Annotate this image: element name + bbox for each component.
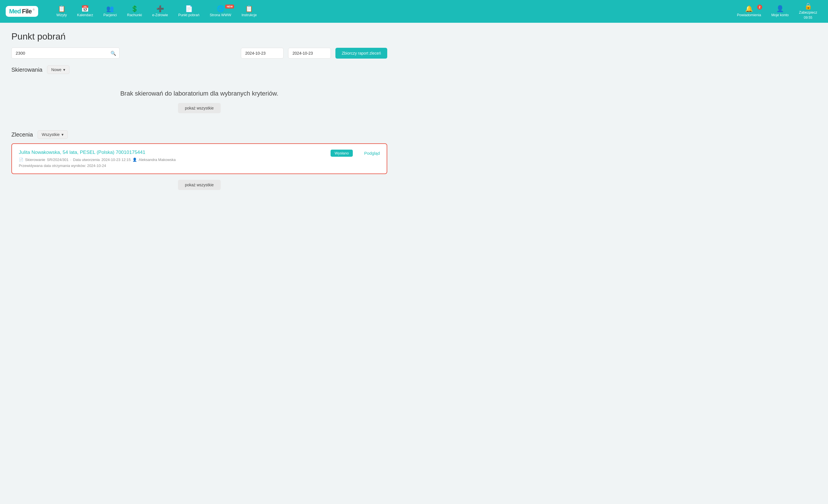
strona-www-label: Strona WWW xyxy=(210,13,231,17)
meta-separator: · xyxy=(70,157,72,162)
nav-item-punkt-pobran[interactable]: 📄 Punkt pobrań xyxy=(173,3,204,19)
logo-med: Med xyxy=(9,8,21,15)
card-meta: 📄 Skierowanie SR/2024/301 · Data utworze… xyxy=(19,157,331,162)
zlecenia-title: Zlecenia xyxy=(11,131,33,138)
card-right: Wysłano Podgląd xyxy=(331,150,380,157)
date-created: 2024-10-23 12:15 xyxy=(101,157,131,162)
search-input[interactable] xyxy=(11,47,120,58)
podglad-link[interactable]: Podgląd xyxy=(364,151,380,155)
zlecenia-filter-label: Wszystkie xyxy=(42,132,60,137)
date-from-input[interactable]: 2024-10-23 xyxy=(241,48,284,58)
new-badge: NEW xyxy=(225,5,234,8)
card-left: Julita Nowakowska, 54 lata, PESEL (Polsk… xyxy=(19,150,331,168)
nav-item-strona-www[interactable]: NEW 🌐 Strona WWW xyxy=(204,3,236,19)
navbar: Med File ® 📋 Wizyty 📅 Kalendarz 👥 Pacjen… xyxy=(0,0,828,23)
search-box: 🔍 xyxy=(11,47,120,58)
patient-name: Julita Nowakowska, 54 lata, PESEL (Polsk… xyxy=(19,150,331,155)
punkt-pobran-label: Punkt pobrań xyxy=(178,13,199,17)
logo-file: File xyxy=(22,8,32,15)
notification-badge: 2 xyxy=(757,5,762,10)
punkt-pobran-icon: 📄 xyxy=(185,6,193,12)
kalendarz-icon: 📅 xyxy=(81,6,89,12)
empty-text: Brak skierowań do laboratorium dla wybra… xyxy=(17,90,381,97)
document-icon: 📄 xyxy=(19,157,23,162)
status-badge: Wysłano xyxy=(331,150,353,157)
skierowania-filter-label: Nowe xyxy=(51,67,61,72)
doctor-name: Aleksandra Makowska xyxy=(139,157,176,162)
rachunki-icon: 💲 xyxy=(131,6,138,12)
page-title: Punkt pobrań xyxy=(11,31,387,42)
expected-date: 2024-10-24 xyxy=(87,164,106,168)
skierowania-empty-state: Brak skierowań do laboratorium dla wybra… xyxy=(11,79,387,125)
moje-konto-label: Moje konto xyxy=(771,13,789,17)
powiadomienia-label: Powiadomienia xyxy=(737,13,761,17)
main-content: Punkt pobrań 🔍 2024-10-23 2024-10-23 Zbi… xyxy=(0,23,399,198)
strona-www-icon: 🌐 xyxy=(217,6,224,12)
powiadomienia-icon: 🔔 xyxy=(745,6,753,12)
skierowanie-nr: SR/2024/301 xyxy=(47,157,69,162)
skierowania-filter-dropdown[interactable]: Nowe ▾ xyxy=(47,65,70,74)
nav-item-kalendarz[interactable]: 📅 Kalendarz xyxy=(72,3,98,19)
nav-item-moje-konto[interactable]: 👤 Moje konto xyxy=(766,3,794,19)
nav-item-wizyty[interactable]: 📋 Wizyty xyxy=(51,3,72,19)
zabezpiecz-label: Zabezpiecz xyxy=(799,10,817,14)
logo-reg: ® xyxy=(33,8,35,11)
skierowania-header: Skierowania Nowe ▾ xyxy=(11,65,387,74)
navbar-right: 2 🔔 Powiadomienia 👤 Moje konto 🔒 Zabezpi… xyxy=(732,1,822,22)
search-row: 🔍 2024-10-23 2024-10-23 Zbiorczy raport … xyxy=(11,47,387,58)
zlecenia-card-0: Julita Nowakowska, 54 lata, PESEL (Polsk… xyxy=(11,143,387,174)
nav-items: 📋 Wizyty 📅 Kalendarz 👥 Pacjenci 💲 Rachun… xyxy=(51,3,732,19)
wizyty-icon: 📋 xyxy=(58,6,66,12)
report-button[interactable]: Zbiorczy raport zleceń xyxy=(335,48,387,58)
expected-label: Przewidywana data otrzymania wyników: xyxy=(19,164,86,168)
zlecenia-show-all-button[interactable]: pokaż wszystkie xyxy=(178,180,220,190)
zlecenia-filter-dropdown[interactable]: Wszystkie ▾ xyxy=(38,130,68,139)
chevron-down-icon: ▾ xyxy=(63,67,65,72)
chevron-down-icon-2: ▾ xyxy=(61,132,64,137)
pacjenci-label: Pacjenci xyxy=(104,13,117,17)
rachunki-label: Rachunki xyxy=(127,13,142,17)
instrukcje-label: Instrukcje xyxy=(242,13,257,17)
bottom-show-all: pokaż wszystkie xyxy=(11,180,387,190)
person-icon: 👤 xyxy=(132,157,137,162)
nav-item-rachunki[interactable]: 💲 Rachunki xyxy=(122,3,147,19)
instrukcje-icon: 📋 xyxy=(245,6,253,12)
zabezpiecz-icon: 🔒 xyxy=(804,3,812,9)
card-expected: Przewidywana data otrzymania wyników: 20… xyxy=(19,164,331,168)
nav-item-ezdrowie[interactable]: ➕ e-Zdrowie xyxy=(147,3,173,19)
nav-item-zabezpiecz[interactable]: 🔒 Zabezpiecz 09:55 xyxy=(794,1,822,22)
search-icon: 🔍 xyxy=(111,50,116,56)
pacjenci-icon: 👥 xyxy=(106,6,114,12)
wizyty-label: Wizyty xyxy=(56,13,67,17)
logo[interactable]: Med File ® xyxy=(6,6,43,17)
date-label: Data utworzenia xyxy=(73,157,100,162)
ezdrowie-label: e-Zdrowie xyxy=(152,13,168,17)
kalendarz-label: Kalendarz xyxy=(77,13,93,17)
nav-item-instrukcje[interactable]: 📋 Instrukcje xyxy=(236,3,262,19)
skierowanie-label: Skierowanie xyxy=(25,157,45,162)
date-to-input[interactable]: 2024-10-23 xyxy=(288,48,331,58)
moje-konto-icon: 👤 xyxy=(776,6,784,12)
skierowania-title: Skierowania xyxy=(11,66,42,73)
ezdrowie-icon: ➕ xyxy=(156,6,164,12)
nav-item-pacjenci[interactable]: 👥 Pacjenci xyxy=(98,3,122,19)
nav-time: 09:55 xyxy=(804,16,812,19)
skierowania-show-all-button[interactable]: pokaż wszystkie xyxy=(178,103,220,113)
zlecenia-header: Zlecenia Wszystkie ▾ xyxy=(11,130,387,139)
nav-item-powiadomienia[interactable]: 2 🔔 Powiadomienia xyxy=(732,3,766,19)
